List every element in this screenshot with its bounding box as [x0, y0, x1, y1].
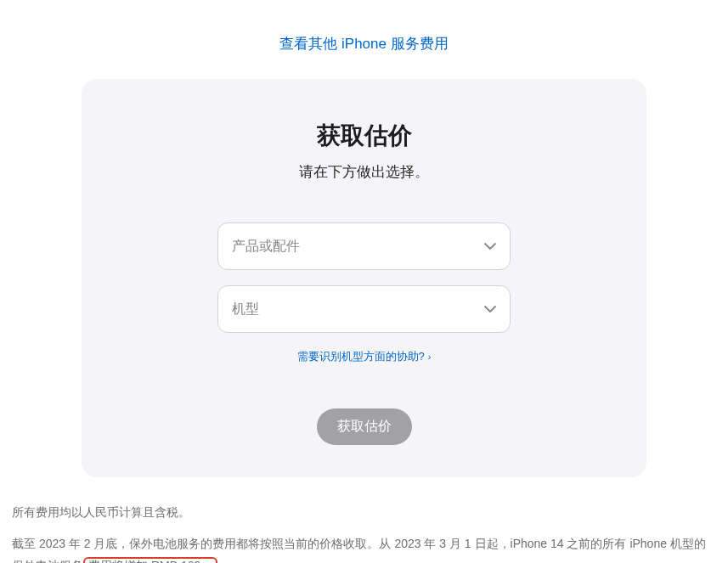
estimate-card: 获取估价 请在下方做出选择。 产品或配件 机型 [82, 79, 646, 477]
other-service-fees-link[interactable]: 查看其他 iPhone 服务费用 [279, 36, 448, 52]
model-select-wrapper: 机型 [217, 285, 511, 333]
footer-highlight: 费用将增加 RMB 169。 [83, 557, 217, 563]
card-title: 获取估价 [116, 120, 612, 152]
identify-model-help-link[interactable]: 需要识别机型方面的协助? › [297, 349, 432, 364]
help-link-text: 需要识别机型方面的协助? [297, 349, 425, 364]
footer-line-1: 所有费用均以人民币计算且含税。 [12, 501, 716, 524]
product-select-wrapper: 产品或配件 [217, 222, 511, 270]
product-select-placeholder: 产品或配件 [232, 238, 300, 256]
chevron-right-icon: › [428, 352, 432, 362]
footer-text: 所有费用均以人民币计算且含税。 截至 2023 年 2 月底，保外电池服务的费用… [8, 501, 720, 563]
footer-line-2: 截至 2023 年 2 月底，保外电池服务的费用都将按照当前的价格收取。从 20… [12, 532, 716, 563]
get-estimate-button[interactable]: 获取估价 [317, 408, 412, 445]
help-link-row: 需要识别机型方面的协助? › [116, 348, 612, 364]
product-select[interactable]: 产品或配件 [217, 222, 511, 270]
model-select-placeholder: 机型 [232, 301, 259, 318]
chevron-down-icon [484, 306, 496, 312]
model-select[interactable]: 机型 [217, 285, 511, 333]
card-subtitle: 请在下方做出选择。 [116, 162, 612, 182]
top-link-container: 查看其他 iPhone 服务费用 [8, 0, 720, 79]
chevron-down-icon [484, 243, 496, 250]
